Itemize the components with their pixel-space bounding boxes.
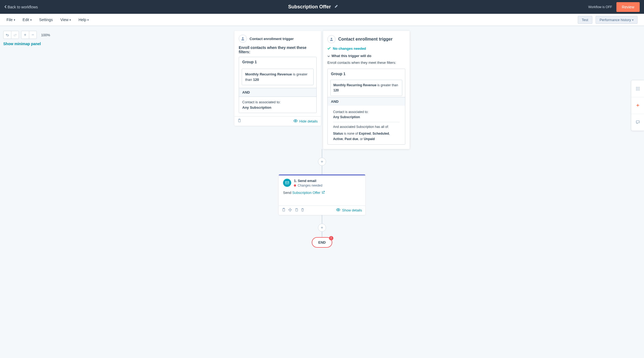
redo-button[interactable] bbox=[11, 31, 19, 39]
clipboard-icon[interactable] bbox=[238, 119, 241, 124]
filter-assoc[interactable]: Contact is associated to: Any Subscripti… bbox=[239, 97, 316, 113]
show-minimap-link[interactable]: Show minimap panel bbox=[3, 42, 41, 46]
filter-mrr[interactable]: Monthly Recurring Revenue is greater tha… bbox=[242, 69, 314, 85]
svg-rect-5 bbox=[286, 181, 289, 184]
group-title: Group 1 bbox=[239, 57, 316, 67]
svg-point-9 bbox=[338, 209, 339, 210]
workflow-title[interactable]: Subscription Offer bbox=[288, 4, 331, 10]
svg-point-0 bbox=[242, 37, 243, 39]
svg-point-14 bbox=[637, 88, 638, 89]
panel-group-title: Group 1 bbox=[328, 69, 405, 79]
workflow-status: Workflow is OFF bbox=[588, 5, 612, 9]
panel-filter-assoc: Contact is associated to: Any Subscripti… bbox=[330, 107, 402, 144]
menu-edit[interactable]: Edit▾ bbox=[23, 18, 32, 22]
alert-icon: ! bbox=[329, 236, 333, 240]
svg-point-11 bbox=[637, 87, 638, 88]
svg-point-10 bbox=[636, 87, 637, 88]
send-email-card[interactable]: 1. Send email Changes needed Send Subscr… bbox=[279, 174, 365, 215]
svg-point-16 bbox=[636, 90, 637, 91]
menu-view[interactable]: View▾ bbox=[60, 18, 71, 22]
menu-help[interactable]: Help▾ bbox=[78, 18, 89, 22]
menubar: File▾ Edit▾ Settings View▾ Help▾ Test Pe… bbox=[0, 14, 644, 26]
grid-icon[interactable] bbox=[631, 80, 644, 97]
check-icon bbox=[327, 47, 331, 51]
pencil-icon[interactable] bbox=[334, 5, 338, 9]
title-center: Subscription Offer bbox=[38, 4, 588, 10]
svg-point-12 bbox=[639, 87, 639, 88]
panel-title: Contact enrollment trigger bbox=[338, 37, 393, 42]
and-label: AND bbox=[239, 88, 316, 97]
panel-filter-mrr: Monthly Recurring Revenue is greater tha… bbox=[330, 80, 402, 96]
canvas[interactable]: + − 100% Show minimap panel Contact enro… bbox=[0, 26, 644, 358]
envelope-icon bbox=[283, 179, 291, 187]
chevron-down-icon: ▾ bbox=[14, 18, 15, 21]
trigger-card-title: Contact enrollment trigger bbox=[250, 37, 294, 41]
svg-point-15 bbox=[639, 88, 639, 89]
header-right: Workflow is OFF Review bbox=[588, 2, 640, 12]
what-trigger-toggle[interactable]: What this trigger will do bbox=[327, 54, 405, 58]
alert-dot-icon bbox=[294, 184, 296, 187]
panel-and: AND bbox=[328, 97, 405, 106]
trigger-card[interactable]: Contact enrollment trigger Enroll contac… bbox=[234, 31, 321, 126]
svg-rect-1 bbox=[238, 119, 240, 122]
connector bbox=[322, 149, 322, 158]
svg-point-3 bbox=[295, 120, 296, 121]
add-step-button[interactable]: + bbox=[318, 224, 326, 232]
back-to-workflows-link[interactable]: Back to workflows bbox=[4, 5, 38, 9]
trigger-card-footer: Hide details bbox=[234, 116, 321, 126]
svg-point-13 bbox=[636, 88, 637, 89]
add-step-button[interactable]: + bbox=[318, 158, 326, 166]
workflow-flow: Contact enrollment trigger Enroll contac… bbox=[198, 31, 446, 248]
menu-settings[interactable]: Settings bbox=[39, 18, 53, 22]
panel-enroll-text: Enroll contacts when they meet these fil… bbox=[327, 60, 405, 65]
changes-needed-badge: Changes needed bbox=[294, 184, 322, 187]
clipboard-icon[interactable] bbox=[282, 208, 286, 213]
svg-point-17 bbox=[637, 90, 638, 91]
email-body: Send Subscription Offer bbox=[279, 190, 365, 205]
filter-group: Group 1 Monthly Recurring Revenue is gre… bbox=[239, 57, 317, 113]
connector bbox=[322, 215, 322, 224]
subscription-offer-link[interactable]: Subscription Offer bbox=[292, 191, 320, 195]
performance-history-button[interactable]: Performance history▾ bbox=[596, 16, 638, 24]
email-card-title: 1. Send email bbox=[294, 179, 322, 183]
move-icon[interactable] bbox=[288, 208, 292, 213]
panel-filter-group: Group 1 Monthly Recurring Revenue is gre… bbox=[327, 69, 405, 145]
svg-rect-6 bbox=[283, 208, 285, 211]
connector bbox=[322, 166, 322, 174]
test-button[interactable]: Test bbox=[578, 16, 592, 24]
chevron-down-icon bbox=[327, 54, 330, 58]
chevron-left-icon bbox=[4, 5, 6, 9]
external-link-icon bbox=[322, 191, 325, 195]
canvas-tools: + − 100% bbox=[3, 31, 50, 39]
copy-icon[interactable] bbox=[295, 208, 298, 213]
end-node[interactable]: END ! bbox=[312, 237, 332, 248]
zoom-in-button[interactable]: + bbox=[21, 31, 29, 39]
zoom-out-button[interactable]: − bbox=[29, 31, 36, 39]
contact-icon bbox=[239, 35, 247, 43]
zoom-level: 100% bbox=[41, 33, 50, 37]
details-panel: Contact enrollment trigger No changes ne… bbox=[323, 31, 410, 149]
comment-icon[interactable] bbox=[631, 114, 644, 131]
chevron-down-icon: ▾ bbox=[30, 18, 32, 21]
sparkle-icon[interactable] bbox=[631, 97, 644, 114]
back-label: Back to workflows bbox=[8, 5, 38, 9]
top-header: Back to workflows Subscription Offer Wor… bbox=[0, 0, 644, 14]
contact-icon bbox=[327, 35, 336, 43]
svg-rect-8 bbox=[296, 209, 298, 211]
svg-point-18 bbox=[639, 90, 639, 91]
hide-details-link[interactable]: Hide details bbox=[293, 119, 318, 123]
chevron-down-icon: ▾ bbox=[87, 18, 89, 21]
trash-icon[interactable] bbox=[301, 208, 304, 213]
review-button[interactable]: Review bbox=[616, 2, 640, 12]
status-no-changes: No changes needed bbox=[327, 47, 405, 51]
eye-icon bbox=[293, 119, 298, 123]
side-tray bbox=[631, 80, 644, 131]
menu-file[interactable]: File▾ bbox=[6, 18, 15, 22]
connector bbox=[322, 232, 322, 237]
enroll-text: Enroll contacts when they meet these fil… bbox=[234, 45, 321, 57]
svg-point-4 bbox=[331, 38, 332, 39]
email-card-footer: Show details bbox=[279, 205, 365, 215]
chevron-down-icon: ▾ bbox=[69, 18, 71, 21]
undo-button[interactable] bbox=[4, 31, 11, 39]
show-details-link[interactable]: Show details bbox=[336, 208, 362, 212]
